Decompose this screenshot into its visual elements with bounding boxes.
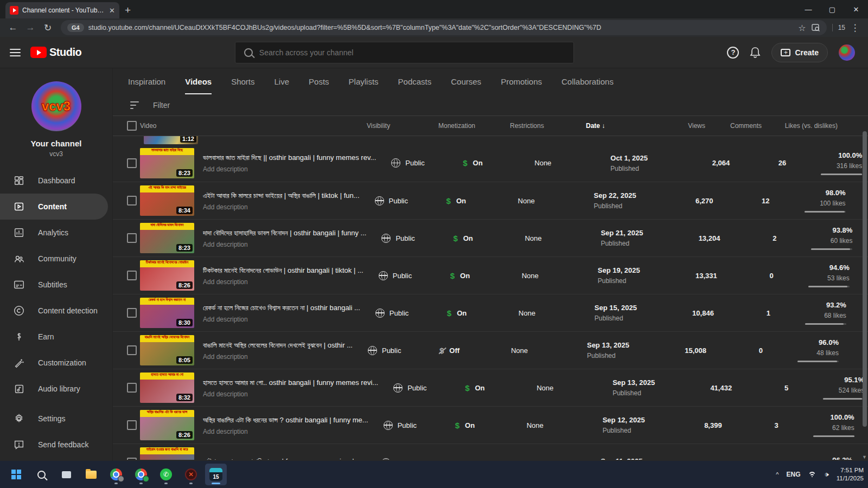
browser-tab[interactable]: Channel content - YouTube Stu ✕ <box>5 2 119 18</box>
visibility-value[interactable]: Public <box>393 272 412 280</box>
account-avatar[interactable] <box>839 44 855 61</box>
new-tab-button[interactable]: + <box>125 4 131 16</box>
monetization-value[interactable]: On <box>457 309 467 317</box>
video-row[interactable]: বাঙালি মানেই অস্থির লেবেলের বিনোদন 8:05 … <box>113 331 868 369</box>
scrollbar-thumb[interactable] <box>863 131 867 427</box>
sidebar-item-subtitles[interactable]: Subtitles <box>0 272 112 298</box>
window-maximize-button[interactable]: ▢ <box>820 0 844 18</box>
monetization-value[interactable]: On <box>456 197 466 205</box>
video-title[interactable]: হাসতে হাসতে আমার মা গো.. osthir bangali … <box>203 378 378 387</box>
channel-avatar[interactable]: vcv3 <box>31 81 81 131</box>
visibility-value[interactable]: Public <box>395 234 414 242</box>
channel-search-box[interactable] <box>235 42 574 63</box>
menu-hamburger-icon[interactable] <box>10 49 21 56</box>
video-thumbnail[interactable]: অস্থির বাঙালির এটা কি ধরনের ডান্স 8:26 <box>140 410 194 440</box>
row-checkbox[interactable] <box>127 383 137 393</box>
monetization-value[interactable]: On <box>463 234 473 242</box>
row-checkbox[interactable] <box>127 271 137 280</box>
sidebar-item-audio-library[interactable]: Audio library <box>0 376 112 402</box>
file-explorer-button[interactable] <box>80 464 102 485</box>
add-description-link[interactable]: Add description <box>203 278 363 286</box>
column-likes[interactable]: Likes (vs. dislikes) <box>762 122 838 130</box>
whatsapp-button[interactable]: ✆ <box>155 464 177 485</box>
sidebar-item-send-feedback[interactable]: Send feedback <box>0 432 112 458</box>
video-row[interactable]: রেকর্ড না হলে বিশ্বাস করতেন না 8:30 রেকর… <box>113 294 868 331</box>
row-checkbox[interactable] <box>127 345 137 355</box>
tab-inspiration[interactable]: Inspiration <box>128 68 165 94</box>
active-app-button[interactable]: 15 <box>205 464 227 485</box>
add-description-link[interactable]: Add description <box>203 203 360 211</box>
taskbar-search-button[interactable] <box>30 464 52 485</box>
column-restrictions[interactable]: Restrictions <box>510 122 586 130</box>
column-visibility[interactable]: Visibility <box>367 122 438 130</box>
video-thumbnail[interactable]: দাদা বৌদিদের ডাবল বিনোদন 8:23 <box>140 223 194 253</box>
row-checkbox[interactable] <box>127 158 137 168</box>
tray-chevron-icon[interactable]: ^ <box>776 471 778 478</box>
visibility-value[interactable]: Public <box>395 459 414 460</box>
video-row[interactable]: ভালবাসার জাত মাইরা দিছে 8:23 ভালবাসার জা… <box>113 144 868 182</box>
page-scrollbar[interactable]: ▼ <box>862 68 867 461</box>
column-views[interactable]: Views <box>655 122 705 130</box>
tab-playlists[interactable]: Playlists <box>349 68 379 94</box>
monetization-value[interactable]: On <box>475 384 484 392</box>
visibility-value[interactable]: Public <box>390 309 409 317</box>
video-row[interactable]: ভাইরাল হওয়ার জন্য বাঙালি যা করে ভাইরাল … <box>113 444 868 460</box>
bookmark-star-icon[interactable]: ☆ <box>798 23 806 33</box>
monetization-value[interactable]: On <box>460 272 470 280</box>
tab-count-badge[interactable]: 15 <box>832 24 845 31</box>
start-button[interactable] <box>5 464 27 485</box>
monetization-value[interactable]: On <box>463 459 473 460</box>
url-text[interactable]: studio.youtube.com/channel/UCeauDtXXkT5B… <box>88 24 602 31</box>
clock[interactable]: 7:51 PM 11/1/2025 <box>837 466 864 483</box>
video-row[interactable]: হাসতে হাসতে আমার মা গো 8:32 হাসতে হাসতে … <box>113 369 868 406</box>
tab-posts[interactable]: Posts <box>309 68 329 94</box>
tab-podcasts[interactable]: Podcasts <box>398 68 432 94</box>
browser-menu-icon[interactable]: ⋮ <box>847 20 863 35</box>
window-minimize-button[interactable]: — <box>796 0 820 18</box>
x-logo-app-button[interactable]: ✕ <box>180 464 202 485</box>
sidebar-item-analytics[interactable]: Analytics <box>0 220 112 246</box>
video-title[interactable]: ভালবাসার জাত মাইরা দিছে || osthir bangal… <box>203 153 376 162</box>
video-title[interactable]: ভাইরাল হওয়ার জন্য বাঙালি যা করে | funny… <box>203 457 366 460</box>
tab-live[interactable]: Live <box>275 68 290 94</box>
video-thumbnail[interactable]: টিকটকার মানেই বিনোদনের গোডাউন 8:26 <box>140 260 194 291</box>
tab-promotions[interactable]: Promotions <box>501 68 542 94</box>
visibility-value[interactable]: Public <box>382 346 401 355</box>
side-panel-icon[interactable] <box>812 23 820 32</box>
add-description-link[interactable]: Add description <box>203 165 376 173</box>
video-thumbnail[interactable]: বাঙালি মানেই অস্থির লেবেলের বিনোদন 8:05 <box>140 335 194 365</box>
column-video[interactable]: Video <box>140 122 203 130</box>
video-row[interactable]: টিকটকার মানেই বিনোদনের গোডাউন 8:26 টিকটক… <box>113 256 868 294</box>
reload-button[interactable]: ↻ <box>40 20 55 35</box>
add-description-link[interactable]: Add description <box>203 428 368 435</box>
language-indicator[interactable]: ENG <box>786 471 800 478</box>
monetization-value[interactable]: On <box>473 159 483 167</box>
video-title[interactable]: অস্থির বাঙালির এটা কি ধরনের ডান্স ? osth… <box>203 415 368 425</box>
create-button[interactable]: + Create <box>771 43 828 62</box>
tab-close-icon[interactable]: ✕ <box>109 7 115 15</box>
video-row[interactable]: অস্থির বাঙালির এটা কি ধরনের ডান্স 8:26 অ… <box>113 406 868 444</box>
speaker-icon[interactable]: 🕩 <box>824 470 828 479</box>
video-title[interactable]: টিকটকার মানেই বিনোদনের গোডাউন | osthir b… <box>203 266 363 275</box>
window-close-button[interactable]: ✕ <box>844 0 868 18</box>
row-checkbox[interactable] <box>127 308 137 318</box>
tab-shorts[interactable]: Shorts <box>231 68 254 94</box>
help-icon[interactable]: ? <box>727 47 739 59</box>
sidebar-item-dashboard[interactable]: Dashboard <box>0 168 112 194</box>
search-input[interactable] <box>259 48 565 57</box>
studio-logo[interactable]: Studio <box>30 46 81 59</box>
partial-video-row[interactable]: 1:12 <box>113 136 868 144</box>
video-row[interactable]: এই আবার কি মাল চান্দা ভাইয়ের 8:34 এইটা … <box>113 182 868 219</box>
video-title[interactable]: রেকর্ড না হলে নিজের চোখেও বিশ্বাস করতেন … <box>203 303 360 312</box>
video-thumbnail[interactable]: রেকর্ড না হলে বিশ্বাস করতেন না 8:30 <box>140 298 194 328</box>
add-description-link[interactable]: Add description <box>203 241 366 248</box>
row-checkbox[interactable] <box>127 233 137 243</box>
sidebar-item-customization[interactable]: Customization <box>0 350 112 376</box>
chrome-profile2-button[interactable] <box>130 464 152 485</box>
row-checkbox[interactable] <box>127 458 137 460</box>
wifi-icon[interactable] <box>808 472 816 478</box>
sidebar-item-settings[interactable]: Settings <box>0 406 112 432</box>
notifications-bell-icon[interactable] <box>750 47 761 59</box>
add-description-link[interactable]: Add description <box>203 353 353 361</box>
sidebar-item-content[interactable]: Content <box>0 194 108 220</box>
